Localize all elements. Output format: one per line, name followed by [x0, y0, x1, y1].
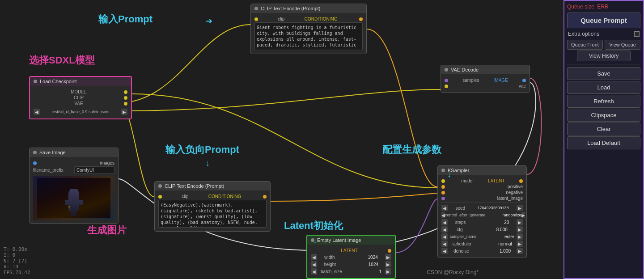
queue-size-text: Queue size: ERR: [567, 4, 609, 10]
ksampler-latent-input-label: latent_image: [497, 196, 523, 201]
width-next-btn[interactable]: ▶: [385, 254, 391, 260]
checkpoint-vae-label: VAE: [74, 101, 83, 106]
clip-bottom-clip-label: clip: [182, 194, 188, 199]
steps-next-btn[interactable]: ▶: [517, 219, 523, 225]
steps-prev-btn[interactable]: ◀: [441, 219, 448, 225]
height-next-btn[interactable]: ▶: [385, 261, 391, 267]
latent-batch-label: batch_size: [321, 269, 342, 274]
ksampler-latent-input-port: [441, 197, 445, 200]
canvas: Load Checkpoint MODEL CLIP VAE ◀ test/sd…: [0, 0, 564, 279]
status-n: N: 7 [7]: [4, 258, 30, 264]
clip-top-dot: [254, 7, 258, 10]
refresh-button[interactable]: Refresh: [567, 95, 640, 108]
ksampler-sampler-label: sampler_name: [450, 234, 477, 239]
seed-next-btn[interactable]: ▶: [517, 205, 523, 211]
node-vae-decode: VAE Decode samples IMAGE vae: [441, 65, 530, 93]
vae-samples-port: [445, 79, 448, 82]
arrow-config: ↓: [447, 170, 451, 179]
vae-samples-label: samples: [462, 78, 479, 83]
load-button[interactable]: Load: [567, 81, 640, 94]
ksampler-negative-port: [441, 191, 445, 194]
view-history-button[interactable]: View History: [577, 51, 631, 61]
queue-front-button[interactable]: Queue Front: [567, 40, 603, 50]
cfg-prev-btn[interactable]: ◀: [441, 226, 448, 232]
panel-title-row: Queue size: ERR: [567, 4, 640, 10]
save-filename-input[interactable]: [74, 166, 114, 174]
extra-options-row: Extra options: [567, 29, 640, 39]
annotation-input-prompt: 输入Prompt: [98, 13, 153, 26]
batch-next-btn[interactable]: ▶: [385, 268, 391, 275]
vae-image-label: IMAGE: [494, 78, 508, 83]
denoise-prev-btn[interactable]: ◀: [441, 248, 448, 254]
node-clip-top: CLIP Text Encode (Prompt) clip CONDITION…: [250, 4, 367, 54]
vae-image-port: [522, 79, 526, 82]
latent-height-value: 1024: [343, 262, 378, 267]
clip-top-clip-label: clip: [278, 17, 284, 21]
status-bar: T: 0.00s I: 0 N: 7 [7] V: 14 FPS:70.42: [4, 246, 30, 275]
control-next-btn[interactable]: ▶: [521, 212, 525, 218]
save-image-title: Save Image: [30, 148, 118, 157]
vae-vae-label: vae: [519, 84, 526, 89]
view-queue-button[interactable]: View Queue: [605, 40, 640, 50]
extra-options-label: Extra options: [568, 31, 599, 37]
width-prev-btn[interactable]: ◀: [311, 254, 317, 260]
annotation-latent: Latent初始化: [284, 219, 343, 232]
node-ksampler: KSampler model LATENT positive negative …: [437, 165, 527, 258]
status-t: T: 0.00s: [4, 246, 30, 252]
arrow-input-prompt: ➜: [206, 16, 212, 26]
cfg-next-btn[interactable]: ▶: [517, 226, 523, 232]
latent-width-label: width: [324, 255, 335, 260]
latent-title-label: Empty Latent Image: [317, 237, 361, 243]
clip-top-cond-label: CONDITIONING: [305, 17, 338, 21]
save-images-port: [33, 161, 37, 165]
save-filename-prefix: filename_prefix: [33, 168, 64, 173]
scheduler-prev-btn[interactable]: ◀: [441, 241, 448, 247]
clipspace-button[interactable]: Clipspace: [567, 109, 640, 122]
latent-label: LATENT: [341, 248, 358, 253]
control-prev-btn[interactable]: ◀: [441, 212, 445, 218]
node-clip-bottom: CLIP Text Encode (Prompt) clip CONDITION…: [154, 181, 271, 232]
save-button[interactable]: Save: [567, 67, 640, 80]
height-prev-btn[interactable]: ◀: [311, 261, 317, 267]
arrow-neg-prompt: ↓: [206, 159, 210, 168]
sampler-next-btn[interactable]: ▶: [517, 233, 523, 240]
ckpt-next-btn[interactable]: ▶: [121, 109, 127, 115]
ksampler-positive-port: [441, 185, 445, 189]
vae-decode-title: VAE Decode: [441, 65, 530, 74]
clip-bottom-cond-label: CONDITIONING: [208, 194, 242, 199]
clip-bottom-title-label: CLIP Text Encode (Prompt): [165, 183, 225, 189]
sampler-prev-btn[interactable]: ◀: [441, 233, 448, 240]
clip-top-cond-port: [359, 17, 363, 21]
clip-top-title-label: CLIP Text Encode (Prompt): [261, 6, 321, 11]
ksampler-model-label: model: [461, 178, 473, 183]
node-latent-image: Empty Latent Image LATENT ◀ width 1024 ▶…: [306, 235, 396, 279]
annotation-select-model: 选择SDXL模型: [29, 54, 95, 67]
checkpoint-title-label: Load Checkpoint: [40, 79, 77, 84]
clip-top-clip-port: [254, 17, 258, 21]
clip-top-text[interactable]: Giant robots fighting in a futuristic ci…: [254, 22, 363, 50]
clear-button[interactable]: Clear: [567, 123, 640, 135]
queue-prompt-button[interactable]: Queue Prompt: [567, 13, 640, 28]
ksampler-control-label: control_after_generate: [445, 213, 486, 217]
clip-bottom-clip-port: [158, 195, 162, 199]
seed-prev-btn[interactable]: ◀: [441, 205, 448, 211]
extra-options-checkbox[interactable]: [634, 31, 640, 37]
ksampler-cfg-value: 8.000: [472, 227, 508, 232]
status-v: V: 14: [4, 264, 30, 270]
clip-bottom-cond-port: [263, 195, 267, 199]
denoise-next-btn[interactable]: ▶: [517, 248, 523, 254]
batch-prev-btn[interactable]: ◀: [311, 268, 317, 275]
arrow-generate: ↑: [67, 203, 71, 213]
clip-bottom-text[interactable]: (EasyNegative),(watermark), (signature),…: [158, 200, 267, 228]
view-history-wrapper: View History: [567, 51, 640, 61]
ksampler-positive-label: positive: [508, 184, 523, 189]
ksampler-scheduler-value: normal: [476, 241, 512, 246]
checkpoint-model-port: [124, 90, 127, 94]
save-image-dot: [33, 151, 37, 154]
scheduler-next-btn[interactable]: ▶: [517, 241, 523, 247]
annotation-neg-prompt: 输入负向Prompt: [165, 143, 239, 156]
ckpt-prev-btn[interactable]: ◀: [34, 109, 40, 115]
latent-title: Empty Latent Image: [307, 236, 395, 245]
load-default-button[interactable]: Load Default: [567, 136, 640, 149]
attribution: CSDN @Rocky Ding*: [427, 269, 479, 275]
